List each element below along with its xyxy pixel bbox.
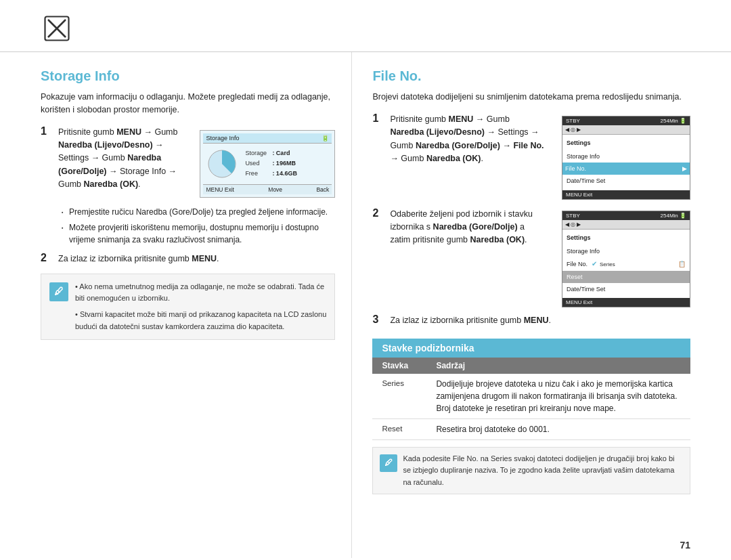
smr2-battery: 254Min 🔋 (661, 213, 686, 219)
mockup-body: Storage : Card Used : 196MB Free : 14.6G… (203, 146, 332, 181)
step2-row: 2 Za izlaz iz izbornika pritisnite gumb … (41, 253, 335, 265)
file-no-title: File No. (372, 68, 690, 84)
step1-num: 1 (41, 125, 54, 137)
step1-row: 1 Pritisnite gumb MENU → Gumb Naredba (L… (41, 126, 335, 202)
right-step2-text: Odaberite željeni pod izbornik i stavku … (390, 208, 544, 247)
smr1-stby: STBY (566, 118, 580, 124)
step2-num: 2 (41, 252, 54, 264)
right-note-text: Kada podesite File No. na Series svakoj … (403, 453, 683, 489)
step1-block: 1 Pritisnite gumb MENU → Gumb Naredba (L… (41, 126, 335, 246)
storage-val: : Card (272, 148, 290, 158)
right-step2-num: 2 (372, 207, 386, 219)
top-icon-bar (0, 0, 731, 52)
step1-text: Pritisnite gumb MENU → Gumb Naredba (Lij… (58, 126, 182, 192)
smr1-menubar: ◀ ◎ ▶ (562, 125, 690, 135)
smr1-header: STBY 254Min 🔋 (562, 116, 690, 125)
step2-text: Za izlaz iz izbornika pritisnite gumb ME… (58, 253, 335, 265)
smr2-item-fileno: File No. ✔Series 📋 (567, 257, 686, 271)
sadrzaj-series: Dodijeljuje brojeve datoteka u nizu čak … (426, 374, 690, 419)
right-step3-text: Za izlaz iz izbornika pritisnite gumb ME… (390, 314, 690, 327)
step1-bullets: ・ Premjestite ručicu Naredba (Gore/Dolje… (58, 206, 335, 246)
sadrzaj-reset: Resetira broj datoteke do 0001. (426, 418, 690, 439)
stavka-series: Series (372, 374, 426, 419)
mockup-header-icon: 🔋 (322, 135, 329, 142)
right-step1-row: 1 Pritisnite gumb MENU → Gumb Naredba (L… (372, 113, 690, 202)
table-row-reset: Reset Resetira broj datoteke do 0001. (372, 418, 690, 439)
storage-info-title: Storage Info (41, 68, 335, 84)
bullet-item-2: ・ Možete provjeriti iskorištenu memoriju… (58, 221, 335, 246)
smr1-footer: MENU Exit (562, 190, 690, 199)
bullet-dot-1: ・ (58, 207, 66, 219)
right-step2-row: 2 Odaberite željeni pod izbornik i stavk… (372, 208, 690, 311)
smr1-section: Settings (567, 137, 686, 148)
left-note-bullet-2: • Stvarni kapacitet može biti manji od p… (75, 309, 326, 332)
note-icon-left: 🖊 (49, 282, 68, 301)
main-content: Storage Info Pokazuje vam informaciju o … (0, 52, 731, 558)
storage-info-desc: Pokazuje vam informaciju o odlaganju. Mo… (41, 91, 335, 116)
camera-icon (41, 12, 73, 45)
submenu-table: Stavka Sadržaj Series Dodijeljuje brojev… (372, 358, 690, 440)
storage-info-table: Storage : Card Used : 196MB Free : 14.6G… (245, 148, 297, 179)
left-note-bullet-1: • Ako nema umetnutnog medija za odlaganj… (75, 281, 326, 305)
right-screen2: STBY 254Min 🔋 ◀ ◎ ▶ Settings Storage Inf… (562, 211, 690, 308)
bullet-item-1: ・ Premjestite ručicu Naredba (Gore/Dolje… (58, 206, 335, 219)
smr1-item-fileno: File No. ▶ (562, 163, 690, 175)
bullet-text-2: Možete provjeriti iskorištenu memoriju, … (69, 221, 335, 246)
free-row: Free : 14.6GB (245, 169, 297, 179)
used-row: Used : 196MB (245, 158, 297, 169)
smr1-battery: 254Min 🔋 (661, 118, 686, 124)
mockup-header-label: Storage Info (206, 135, 239, 142)
footer-back: Back (316, 186, 329, 193)
right-step1-text: Pritisnite gumb MENU → Gumb Naredba (Lij… (390, 113, 544, 166)
storage-row: Storage : Card (245, 148, 297, 158)
right-column: File No. Brojevi datoteka dodijeljeni su… (352, 52, 690, 558)
footer-exit: MENU Exit (206, 186, 234, 193)
smr2-menubar: ◀ ◎ ▶ (562, 220, 690, 230)
bullet-dot-2: ・ (58, 222, 66, 234)
smr2-item-storageinfo: Storage Info (567, 245, 686, 257)
file-no-desc: Brojevi datoteka dodijeljeni su snimljen… (372, 91, 690, 104)
smr1-item-datetimeset: Date/Time Set (567, 175, 686, 187)
left-column: Storage Info Pokazuje vam informaciju o … (41, 52, 352, 558)
check-icon: ✔ (592, 260, 597, 267)
smr1-item-storageinfo: Storage Info (567, 150, 686, 163)
right-screen1: STBY 254Min 🔋 ◀ ◎ ▶ Settings Storage Inf… (562, 116, 690, 200)
used-val: : 196MB (272, 158, 296, 169)
smr2-header: STBY 254Min 🔋 (562, 211, 690, 220)
page-number: 71 (680, 540, 690, 551)
smr2-stby: STBY (566, 213, 580, 219)
mockup-header: Storage Info 🔋 (203, 133, 332, 144)
mockup-footer: MENU Exit Move Back (203, 184, 332, 194)
used-label: Used (245, 158, 268, 169)
smr2-footer: MENU Exit (562, 298, 690, 307)
right-step3-num: 3 (372, 314, 386, 326)
smr2-body: Settings Storage Info File No. ✔Series 📋… (562, 230, 690, 299)
stavka-reset: Reset (372, 418, 426, 439)
table-row-series: Series Dodijeljuje brojeve datoteka u ni… (372, 374, 690, 419)
free-label: Free (245, 169, 268, 179)
smr2-item-extra: Date/Time Set (567, 283, 686, 295)
right-note-box: 🖊 Kada podesite File No. na Series svako… (372, 447, 690, 495)
smr1-body: Settings Storage Info File No. ▶ Date/Ti… (562, 135, 690, 190)
note-icon-right: 🖊 (380, 454, 397, 472)
col-stavka: Stavka (372, 358, 426, 374)
storage-screen-mockup: Storage Info 🔋 Storage : Card (200, 130, 335, 198)
footer-move: Move (268, 186, 282, 193)
right-step1-num: 1 (372, 112, 386, 125)
smr2-item-datetimeset: Reset (562, 271, 690, 283)
free-val: : 14.6GB (272, 169, 297, 179)
submenu-section: Stavke podizbornika Stavka Sadržaj Serie… (372, 339, 690, 495)
right-step3-row: 3 Za izlaz iz izbornika pritisnite gumb … (372, 314, 690, 327)
col-sadrzaj: Sadržaj (426, 358, 690, 374)
submenu-title: Stavke podizbornika (372, 339, 690, 358)
smr2-section: Settings (567, 232, 686, 243)
pie-chart (206, 148, 238, 180)
bullet-text-1: Premjestite ručicu Naredba (Gore/Dolje) … (69, 206, 328, 218)
storage-label: Storage (245, 148, 268, 158)
left-note-text: • Ako nema umetnutnog medija za odlaganj… (75, 281, 326, 332)
left-note-box: 🖊 • Ako nema umetnutnog medija za odlaga… (41, 274, 335, 340)
